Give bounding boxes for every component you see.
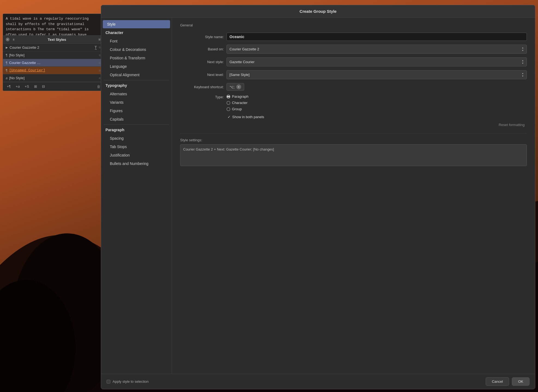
ts-handle-icon[interactable]: ≡ <box>99 45 101 49</box>
type-row: Type: Paragraph Character Group <box>180 94 527 111</box>
nav-item-label: Language <box>110 64 127 69</box>
shortcut-clear-button[interactable]: × <box>236 84 241 89</box>
next-style-row: Next style: Gazette Courier ▲▼ <box>180 57 527 66</box>
dialog-body: Style Character Font Colour & Decoration… <box>101 18 535 374</box>
nav-separator-2 <box>104 124 169 125</box>
ts-menu-button[interactable]: ≡ <box>98 37 101 42</box>
nav-section-label: Typography <box>105 83 127 88</box>
content-panel: General Style name: Based on: Courier Ga… <box>172 18 535 374</box>
nav-item-font[interactable]: Font <box>103 37 170 45</box>
ts-row-label: Courier Gazzette 2 <box>10 45 93 50</box>
nav-panel: Style Character Font Colour & Decoration… <box>101 18 172 374</box>
radio-character[interactable]: Character <box>226 101 249 105</box>
show-both-checkmark: ✓ <box>228 115 231 119</box>
nav-item-capitals[interactable]: Capitals <box>103 115 170 123</box>
keyboard-shortcut-label: Keyboard shortcut: <box>180 85 224 89</box>
next-style-select[interactable]: Gazette Courier ▲▼ <box>226 57 527 66</box>
reset-formatting-button[interactable]: Reset formatting <box>497 122 527 128</box>
style-name-label: Style name: <box>180 35 224 39</box>
nav-item-label: Spacing <box>110 136 124 140</box>
ts-outdent-btn[interactable]: ⊟ <box>41 84 46 89</box>
radio-character-label: Character <box>232 101 247 105</box>
nav-item-label: Bullets and Numbering <box>110 161 149 166</box>
ts-row-label: [No Style] <box>9 76 97 80</box>
nav-item-variants[interactable]: Variants <box>103 98 170 106</box>
ts-handle-icon[interactable]: ≡ <box>99 69 101 72</box>
nav-item-colour[interactable]: Colour & Decorations <box>103 45 170 54</box>
based-on-value: Courier Gazzette 2 <box>229 47 259 51</box>
style-name-input[interactable] <box>226 33 527 41</box>
nav-item-label: Font <box>110 39 117 43</box>
nav-item-tab-stops[interactable]: Tab Stops <box>103 143 170 151</box>
next-level-select[interactable]: [Same Style] ▲▼ <box>226 70 527 79</box>
dialog-footer: Apply style to selection Cancel OK <box>101 374 535 389</box>
nav-item-label: Figures <box>110 109 123 113</box>
ts-add-char-btn[interactable]: +a <box>15 84 21 89</box>
next-level-arrow: ▲▼ <box>522 72 524 77</box>
nav-item-label: Optical Alignment <box>110 73 140 77</box>
dialog-title-bar: Create Group Style <box>101 5 535 18</box>
dialog-title: Create Group Style <box>300 9 337 14</box>
reset-formatting-container: Reset formatting <box>180 122 527 128</box>
style-name-row: Style name: <box>180 33 527 41</box>
ts-add-style-btn[interactable]: +S <box>23 84 30 89</box>
shortcut-value: ⌥; <box>229 85 235 89</box>
ts-indent-btn[interactable]: ⊞ <box>33 84 38 89</box>
nav-item-language[interactable]: Language <box>103 62 170 71</box>
nav-item-position[interactable]: Position & Transform <box>103 54 170 62</box>
ts-expand-icon: ▶ <box>6 46 8 49</box>
radio-group[interactable]: Group <box>226 107 249 111</box>
nav-section-paragraph: Paragraph <box>103 126 170 134</box>
ts-add-para-btn[interactable]: +¶ <box>6 84 12 89</box>
type-label: Type: <box>180 94 224 99</box>
nav-item-justification[interactable]: Justification <box>103 151 170 159</box>
style-settings-box: Courier Gazzette 2 + Next: Gazette Couri… <box>180 144 527 166</box>
nav-separator-1 <box>104 80 169 80</box>
nav-item-spacing[interactable]: Spacing <box>103 134 170 142</box>
based-on-arrow: ▲▼ <box>522 47 524 52</box>
next-level-label: Next level: <box>180 73 224 77</box>
nav-item-figures[interactable]: Figures <box>103 107 170 115</box>
cancel-button[interactable]: Cancel <box>486 377 509 386</box>
nav-item-label: Justification <box>110 153 130 157</box>
general-section-label: General <box>180 23 527 27</box>
create-group-style-dialog: Create Group Style Style Character Font … <box>101 5 535 389</box>
nav-item-label: Capitals <box>110 117 124 121</box>
ts-delete-btn[interactable]: 🗑 <box>97 84 101 89</box>
ts-handle-icon[interactable]: ≡ <box>99 76 101 80</box>
nav-section-character: Character <box>103 29 170 37</box>
nav-item-label: Style <box>107 22 116 26</box>
ts-handle-icon[interactable]: ≡ <box>99 61 101 65</box>
radio-group-circle <box>226 107 230 111</box>
keyboard-shortcut-row: Keyboard shortcut: ⌥; × <box>180 83 527 91</box>
ts-row-unnamed-courier[interactable]: ¶ [Unnamed Courier] ≡ <box>3 67 103 74</box>
ts-row-nostyle-para[interactable]: ¶ [No Style] ≡ <box>3 51 103 59</box>
ts-row-courier-group[interactable]: ▶ Courier Gazzette 2 T̲ ≡ <box>3 44 103 51</box>
ts-pause-button[interactable]: ⏸ <box>12 38 16 41</box>
apply-checkbox[interactable] <box>107 380 110 384</box>
nav-item-style[interactable]: Style <box>103 20 170 28</box>
ts-handle-icon[interactable]: ≡ <box>99 53 101 57</box>
ts-row-courier-highlighted[interactable]: ¶ Courier Gazzette … ≡ <box>3 59 103 67</box>
nav-section-label: Character <box>105 30 123 35</box>
apply-checkbox-container[interactable]: Apply style to selection <box>107 379 149 384</box>
style-settings-section: Style settings: Courier Gazzette 2 + Nex… <box>180 133 527 166</box>
next-style-arrow: ▲▼ <box>522 59 524 65</box>
nav-item-bullets[interactable]: Bullets and Numbering <box>103 160 170 168</box>
show-both-label: Show in both panels <box>232 115 264 119</box>
shortcut-badge: ⌥; × <box>226 83 244 91</box>
ts-close-button[interactable]: × <box>6 38 10 41</box>
ok-button[interactable]: OK <box>512 377 530 386</box>
nav-item-alternates[interactable]: Alternates <box>103 90 170 98</box>
nav-item-label: Variants <box>110 100 123 105</box>
based-on-select[interactable]: Courier Gazzette 2 ▲▼ <box>226 45 527 54</box>
show-both-panels-row[interactable]: ✓ Show in both panels <box>180 115 527 119</box>
type-options-container: Paragraph Character Group <box>226 94 249 111</box>
ts-row-nostyle-char[interactable]: a [No Style] ≡ <box>3 74 103 82</box>
ts-format-icon: T̲ <box>95 45 97 50</box>
radio-paragraph-circle <box>226 95 230 99</box>
radio-paragraph[interactable]: Paragraph <box>226 94 249 99</box>
next-level-row: Next level: [Same Style] ▲▼ <box>180 70 527 79</box>
nav-item-optical[interactable]: Optical Alignment <box>103 71 170 79</box>
ts-footer: +¶ +a +S ⊞ ⊟ 🗑 <box>3 82 103 91</box>
